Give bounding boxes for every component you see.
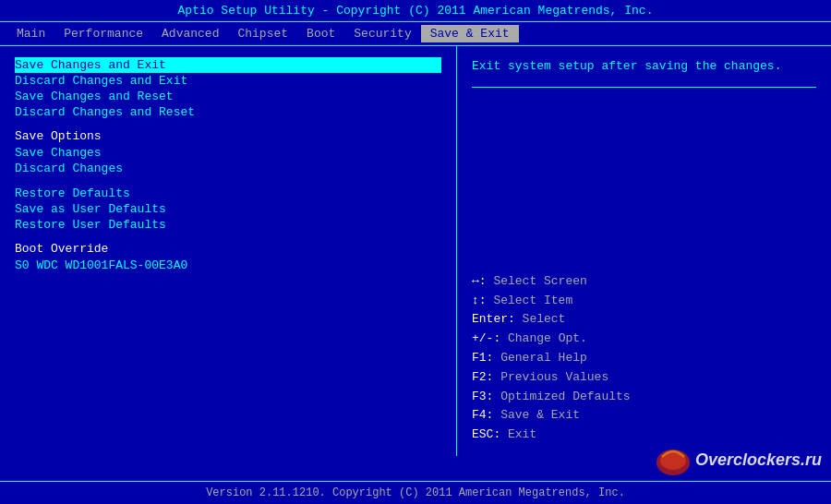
logo-icon (655, 444, 692, 476)
key-help-item-6: F3: Optimized Defaults (472, 388, 816, 407)
section-header-1: Save Options (15, 129, 441, 143)
right-panel: Exit system setup after saving the chang… (457, 46, 831, 456)
key-help-item-4: F1: General Help (472, 349, 816, 368)
menu-option-0-1[interactable]: Discard Changes and Exit (15, 73, 441, 89)
menu-item-advanced[interactable]: Advanced (152, 25, 228, 42)
menu-option-2-2[interactable]: Restore User Defaults (15, 217, 441, 233)
help-divider (472, 87, 816, 88)
menu-item-save---exit[interactable]: Save & Exit (421, 25, 519, 42)
menu-item-main[interactable]: Main (7, 25, 54, 42)
menu-option-0-2[interactable]: Save Changes and Reset (15, 89, 441, 104)
main-content: Save Changes and ExitDiscard Changes and… (0, 46, 831, 456)
menu-item-security[interactable]: Security (344, 25, 420, 42)
menu-section-1: Save OptionsSave ChangesDiscard Changes (15, 129, 441, 176)
menu-bar: MainPerformanceAdvancedChipsetBootSecuri… (0, 22, 831, 46)
left-panel: Save Changes and ExitDiscard Changes and… (0, 46, 457, 456)
key-help-item-0: ↔: Select Screen (472, 272, 816, 292)
menu-item-chipset[interactable]: Chipset (228, 25, 297, 42)
menu-option-2-1[interactable]: Save as User Defaults (15, 201, 441, 217)
key-help-item-1: ↕: Select Item (472, 292, 816, 311)
watermark-logo: Overclockers.ru (655, 444, 822, 476)
key-help-item-2: Enter: Select (472, 310, 816, 330)
key-help: ↔: Select Screen↕: Select ItemEnter: Sel… (472, 272, 816, 445)
menu-option-0-3[interactable]: Discard Changes and Reset (15, 104, 441, 120)
watermark: Overclockers.ru (655, 444, 822, 476)
footer-text: Version 2.11.1210. Copyright (C) 2011 Am… (206, 486, 625, 499)
key-help-item-7: F4: Save & Exit (472, 406, 816, 426)
section-header-3: Boot Override (15, 242, 441, 256)
title-bar: Aptio Setup Utility - Copyright (C) 2011… (0, 0, 831, 22)
footer-bar: Version 2.11.1210. Copyright (C) 2011 Am… (0, 481, 831, 504)
menu-option-0-0[interactable]: Save Changes and Exit (15, 57, 441, 73)
watermark-text: Overclockers.ru (695, 450, 822, 470)
description-text: Exit system setup after saving the chang… (472, 57, 816, 76)
menu-section-2: Restore DefaultsSave as User DefaultsRes… (15, 186, 441, 233)
menu-option-2-0[interactable]: Restore Defaults (15, 186, 441, 201)
menu-item-performance[interactable]: Performance (54, 25, 152, 42)
key-help-item-3: +/-: Change Opt. (472, 330, 816, 349)
menu-item-boot[interactable]: Boot (297, 25, 344, 42)
menu-section-3: Boot OverrideS0 WDC WD1001FALS-00E3A0 (15, 242, 441, 273)
menu-option-1-0[interactable]: Save Changes (15, 145, 441, 161)
menu-section-0: Save Changes and ExitDiscard Changes and… (15, 57, 441, 120)
key-help-item-8: ESC: Exit (472, 426, 816, 445)
menu-option-3-0[interactable]: S0 WDC WD1001FALS-00E3A0 (15, 258, 441, 273)
title-text: Aptio Setup Utility - Copyright (C) 2011… (178, 4, 654, 18)
menu-option-1-1[interactable]: Discard Changes (15, 161, 441, 176)
key-help-item-5: F2: Previous Values (472, 368, 816, 388)
